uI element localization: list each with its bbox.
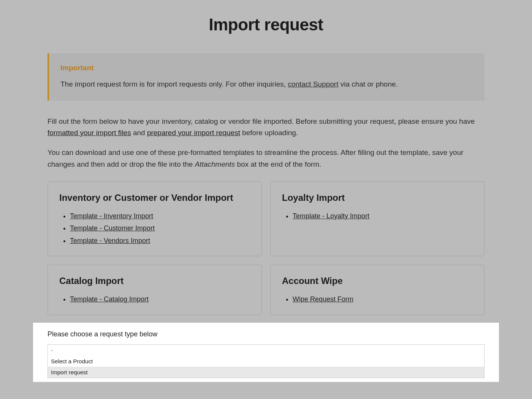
template-cards-grid: Inventory or Customer or Vendor Import T… — [48, 181, 484, 315]
list-item: Template - Catalog Import — [70, 293, 250, 305]
template-customer-import-link[interactable]: Template - Customer Import — [70, 224, 155, 232]
request-type-dropdown[interactable]: - Select a Product Import request — [48, 344, 484, 378]
list-item: Wipe Request Form — [293, 293, 473, 305]
loyalty-card-title: Loyalty Import — [282, 192, 473, 203]
callout-title: Important — [60, 64, 473, 72]
template-vendors-import-link[interactable]: Template - Vendors Import — [70, 237, 150, 244]
attachments-em: Attachments — [195, 160, 235, 168]
template-inventory-import-link[interactable]: Template - Inventory Import — [70, 212, 153, 220]
intro-paragraph-2: You can download and use one of these pr… — [48, 147, 484, 170]
catalog-card-title: Catalog Import — [59, 276, 250, 286]
catalog-card: Catalog Import Template - Catalog Import — [48, 265, 262, 315]
intro1-between: and — [131, 129, 147, 137]
account-wipe-card-title: Account Wipe — [282, 276, 473, 286]
list-item: Template - Loyalty Import — [293, 210, 473, 222]
important-callout: Important The import request form is for… — [48, 53, 484, 101]
dropdown-option-select-product[interactable]: Select a Product — [48, 356, 484, 367]
intro2-after: box at the end of the form. — [235, 160, 321, 168]
inventory-card: Inventory or Customer or Vendor Import T… — [48, 181, 262, 256]
contact-support-link[interactable]: contact Support — [288, 80, 338, 88]
callout-text-before: The import request form is for import re… — [60, 80, 288, 88]
account-wipe-card: Account Wipe Wipe Request Form — [270, 265, 484, 315]
dropdown-option-empty[interactable]: - — [48, 345, 484, 356]
callout-text-after: via chat or phone. — [338, 80, 397, 88]
intro-paragraph-1: Fill out the form below to have your inv… — [48, 116, 484, 139]
inventory-card-title: Inventory or Customer or Vendor Import — [59, 192, 250, 203]
dropdown-option-import-request[interactable]: Import request — [48, 367, 484, 378]
list-item: Template - Inventory Import — [70, 210, 250, 222]
loyalty-card: Loyalty Import Template - Loyalty Import — [270, 181, 484, 256]
intro1-after: before uploading. — [240, 129, 298, 137]
form-section: Please choose a request type below - Sel… — [33, 323, 499, 382]
callout-text: The import request form is for import re… — [60, 79, 473, 90]
template-loyalty-import-link[interactable]: Template - Loyalty Import — [293, 212, 369, 220]
wipe-request-form-link[interactable]: Wipe Request Form — [293, 295, 353, 303]
list-item: Template - Customer Import — [70, 222, 250, 234]
intro1-before: Fill out the form below to have your inv… — [48, 117, 475, 125]
list-item: Template - Vendors Import — [70, 235, 250, 247]
template-catalog-import-link[interactable]: Template - Catalog Import — [70, 295, 149, 303]
formatted-files-link[interactable]: formatted your import files — [48, 129, 131, 137]
prepared-request-link[interactable]: prepared your import request — [147, 129, 240, 137]
page-title: Import request — [48, 15, 484, 34]
request-type-label: Please choose a request type below — [48, 330, 484, 338]
